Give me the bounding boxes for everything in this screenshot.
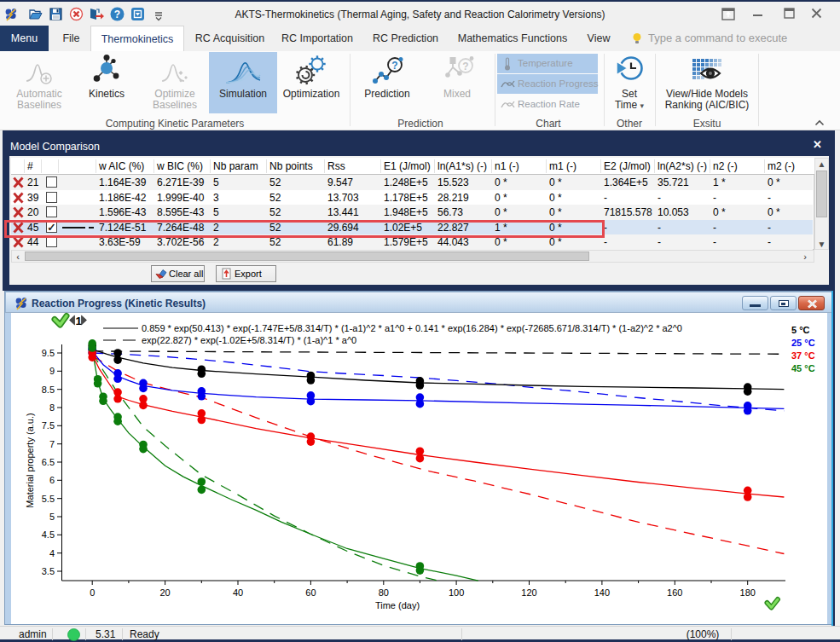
svg-text:45 °C: 45 °C [791, 363, 815, 373]
svg-text:80: 80 [379, 587, 389, 598]
svg-text:3.5: 3.5 [42, 566, 55, 576]
svg-text:140: 140 [594, 587, 610, 598]
svg-text:6: 6 [49, 475, 55, 485]
svg-text:exp(22.827) * exp(-1.02E+5/8.3: exp(22.827) * exp(-1.02E+5/8.314/T) * (1… [142, 335, 356, 345]
svg-text:8.5: 8.5 [42, 385, 55, 395]
svg-text:6.5: 6.5 [42, 457, 55, 467]
svg-text:7: 7 [49, 439, 55, 449]
svg-text:Material property (a.u.): Material property (a.u.) [25, 413, 35, 507]
svg-text:37 °C: 37 °C [791, 350, 815, 361]
svg-text:9: 9 [49, 366, 55, 376]
svg-text:4.5: 4.5 [42, 529, 55, 540]
svg-text:25 °C: 25 °C [791, 338, 815, 348]
svg-text:5.5: 5.5 [42, 494, 55, 504]
svg-text:100: 100 [449, 587, 464, 598]
svg-text:40: 40 [233, 587, 243, 598]
svg-text:60: 60 [305, 587, 316, 598]
svg-text:160: 160 [667, 587, 682, 598]
svg-text:7.5: 7.5 [42, 420, 55, 431]
svg-text:Time (day): Time (day) [375, 600, 420, 610]
svg-text:5 °C: 5 °C [791, 325, 810, 335]
svg-text:0.859 * exp(50.413) * exp(-1.7: 0.859 * exp(50.413) * exp(-1.747E+5/8.31… [142, 323, 682, 333]
svg-text:0: 0 [90, 587, 95, 598]
svg-text:5: 5 [49, 512, 55, 522]
svg-text:180: 180 [740, 587, 756, 598]
svg-text:20: 20 [159, 587, 170, 598]
svg-text:4: 4 [49, 548, 55, 558]
svg-text:120: 120 [521, 587, 536, 598]
svg-text:8: 8 [49, 402, 55, 413]
svg-text:9.5: 9.5 [42, 348, 55, 358]
